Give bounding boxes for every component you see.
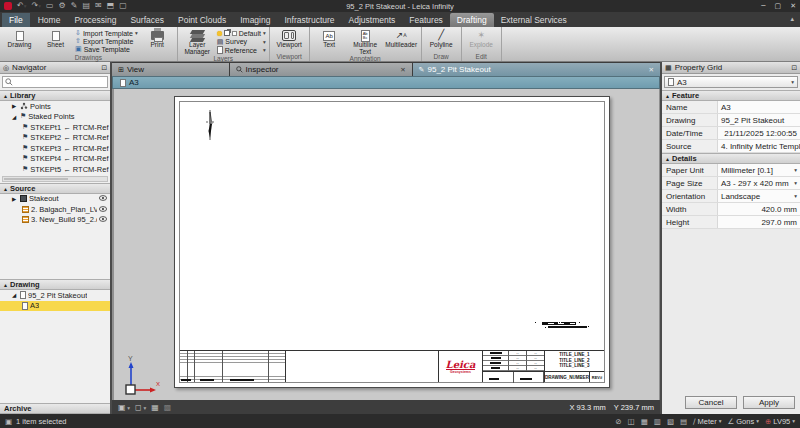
sheet-subtab-a3[interactable]: A3 — [112, 76, 660, 89]
tab-document[interactable]: ✎ 95_2 Pit Stakeout ✕ — [413, 63, 660, 76]
minimize-button[interactable]: ─ — [761, 2, 765, 10]
feature-selector-dropdown[interactable]: A3 ▾ — [664, 76, 798, 88]
tree-item-newbuild-dwg[interactable]: 3. New_Build 95_2.dwg — [0, 215, 110, 226]
ribbon-collapse-icon[interactable]: ▴ — [790, 15, 794, 23]
sheet-button[interactable]: Sheet — [39, 28, 72, 54]
explode-button[interactable]: ✶ Explode — [465, 28, 498, 53]
drawing-canvas[interactable]: Leica Geosystems ---- ---- ---- ---- — [112, 89, 660, 400]
tree-item-stkept4[interactable]: ⚑ STKEPt4 ← RTCM-Ref 0000 (07/10/ — [0, 154, 110, 165]
navigator-search-input[interactable] — [2, 76, 108, 88]
selection-grip[interactable] — [544, 326, 547, 329]
tree-item-stkept5[interactable]: ⚑ STKEPt5 ← RTCM-Ref 0000 (07/10/ — [0, 164, 110, 175]
background-color-icon[interactable]: ▣ ▾ — [118, 403, 130, 412]
import-template-button[interactable]: ⇩ Import Template ▾ — [75, 29, 138, 37]
image-toggle-icon[interactable]: ▩ — [164, 403, 172, 412]
tree-item-stakeout[interactable]: ▶ Stakeout — [0, 194, 110, 205]
selection-grip[interactable] — [534, 321, 537, 324]
default-layer-dropdown[interactable]: Default ▾ — [217, 29, 266, 37]
apply-button[interactable]: Apply — [743, 396, 795, 409]
property-row-page-size[interactable]: Page Size A3 - 297 x 420 mm▾ — [662, 177, 800, 190]
reference-layer-button[interactable]: Reference ▾ — [217, 46, 266, 54]
text-button[interactable]: Ab Text — [313, 28, 346, 55]
export-template-button[interactable]: ⇧ Export Template — [75, 37, 138, 45]
expand-icon[interactable]: ▶ — [12, 196, 18, 202]
close-tab-icon[interactable]: ✕ — [400, 66, 405, 74]
layer-checkbox[interactable] — [232, 31, 237, 36]
property-row-width[interactable]: Width 420.0 mm — [662, 203, 800, 216]
north-arrow[interactable] — [204, 109, 216, 141]
drawing-section-header[interactable]: ▴ Drawing — [0, 279, 110, 290]
drawing-button[interactable]: Drawing — [3, 28, 36, 54]
tree-item-balgach-dwg[interactable]: 2. Balgach_Plan_LV95_2.dwg — [0, 204, 110, 215]
property-row-paper-unit[interactable]: Paper Unit Millimeter [0.1]▾ — [662, 164, 800, 177]
tree-item-stkept2[interactable]: ⚑ STKEPt2 ← RTCM-Ref 0000 (07/10/ — [0, 133, 110, 144]
polyline-button[interactable]: ╱ Polyline — [425, 28, 458, 53]
multiline-text-button[interactable]: AbBc Multiline Text — [349, 28, 382, 55]
collapse-icon[interactable]: ◢ — [12, 114, 18, 120]
tree-item-staked-points[interactable]: ◢ ⚑ Staked Points — [0, 112, 110, 123]
tree-item-stkept1[interactable]: ⚑ STKEPt1 ← RTCM-Ref 0000 (07/10/ — [0, 122, 110, 133]
selection-grip[interactable] — [587, 325, 590, 328]
details-section-header[interactable]: ▴ Details — [662, 153, 800, 164]
archive-section-header[interactable]: Archive — [0, 403, 110, 414]
tree-item-drawing-root[interactable]: ◢ 95_2 Pit Stakeout — [0, 290, 110, 301]
dropdown-arrow-icon[interactable]: ▾ — [794, 193, 797, 199]
visibility-eye-icon[interactable] — [99, 194, 107, 203]
property-row-source[interactable]: Source 4. Infinity Metric Template — [662, 140, 800, 153]
tab-point-clouds[interactable]: Point Clouds — [171, 13, 233, 27]
visibility-eye-icon[interactable] — [99, 205, 107, 214]
tab-processing[interactable]: Processing — [67, 13, 123, 27]
save-template-button[interactable]: ▣ Save Template — [75, 45, 138, 53]
render-mode-icon[interactable]: ◻ ▾ — [135, 403, 146, 412]
feature-section-header[interactable]: ▴ Feature — [662, 90, 800, 101]
dropdown-arrow-icon[interactable]: ▾ — [794, 167, 797, 173]
tab-home[interactable]: Home — [31, 13, 68, 27]
crs-dropdown[interactable]: ⊕ LV95▾ — [765, 417, 795, 426]
collapse-icon[interactable]: ◢ — [12, 292, 18, 298]
source-section-header[interactable]: ▴ Source — [0, 183, 110, 194]
tab-external-services[interactable]: External Services — [494, 13, 574, 27]
close-button[interactable]: ✕ — [790, 2, 796, 10]
visibility-eye-icon[interactable] — [99, 215, 107, 224]
tree-item-points[interactable]: ▶ Points — [0, 101, 110, 112]
multileader-button[interactable]: ↗A Multileader — [385, 28, 418, 55]
property-row-name[interactable]: Name A3 — [662, 101, 800, 114]
layout-icon[interactable]: ▤ — [680, 417, 687, 426]
expand-icon[interactable]: ▶ — [12, 103, 18, 109]
property-row-orientation[interactable]: Orientation Landscape▾ — [662, 190, 800, 203]
distance-unit-dropdown[interactable]: ∕ Meter▾ — [693, 417, 721, 426]
dropdown-arrow-icon[interactable]: ▾ — [794, 180, 797, 186]
maximize-button[interactable]: ▢ — [775, 2, 782, 10]
viewport-button[interactable]: Viewport — [273, 28, 306, 53]
inspect-icon[interactable]: ◫ — [628, 417, 635, 426]
paper-sheet-a3[interactable]: Leica Geosystems ---- ---- ---- ---- — [174, 96, 610, 388]
tab-infrastructure[interactable]: Infrastructure — [277, 13, 341, 27]
property-row-height[interactable]: Height 297.0 mm — [662, 216, 800, 229]
print-button[interactable]: Print — [141, 28, 174, 54]
grid-toggle-icon[interactable]: ▦ — [151, 403, 159, 412]
angle-unit-dropdown[interactable]: ∠ Gons▾ — [728, 417, 759, 426]
tab-adjustments[interactable]: Adjustments — [342, 13, 403, 27]
property-row-datetime[interactable]: Date/Time 21/11/2025 12:00:55 — [662, 127, 800, 140]
layer-manager-button[interactable]: Layer Manager — [181, 28, 214, 55]
tree-item-stkept3[interactable]: ⚑ STKEPt3 ← RTCM-Ref 0000 (07/10/ — [0, 143, 110, 154]
tab-view[interactable]: ⊞ View — [112, 63, 229, 76]
selection-grip[interactable] — [578, 321, 581, 324]
tab-features[interactable]: Features — [402, 13, 450, 27]
scale-bar[interactable] — [534, 321, 590, 330]
survey-layer-button[interactable]: ▤ Survey ▾ — [217, 38, 266, 46]
library-section-header[interactable]: ▴ Library — [0, 90, 110, 101]
tab-drafting[interactable]: Drafting — [450, 13, 494, 27]
property-row-drawing[interactable]: Drawing 95_2 Pit Stakeout — [662, 114, 800, 127]
tree-item-sheet-a3[interactable]: A3 — [0, 301, 110, 312]
close-tab-icon[interactable]: ✕ — [649, 66, 654, 74]
panels-icon[interactable]: ▥ — [654, 417, 661, 426]
tab-imaging[interactable]: Imaging — [233, 13, 277, 27]
selection-grip[interactable] — [558, 321, 561, 324]
tab-surfaces[interactable]: Surfaces — [123, 13, 171, 27]
link-icon[interactable]: ▧ — [667, 417, 674, 426]
pin-icon[interactable]: ⊡ — [791, 64, 797, 72]
horizontal-scrollbar[interactable] — [2, 176, 108, 182]
tab-file[interactable]: File — [2, 13, 30, 27]
pin-icon[interactable]: ⊡ — [101, 64, 107, 72]
